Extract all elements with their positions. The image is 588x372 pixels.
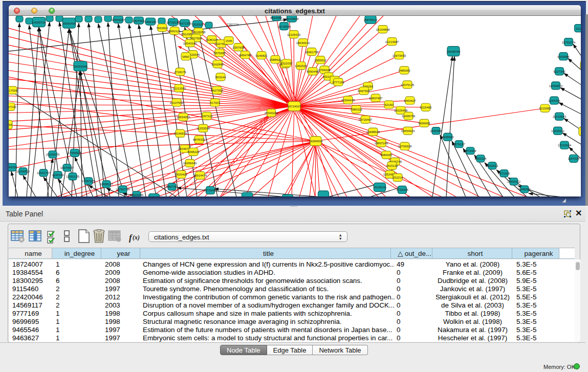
svg-text:12093872: 12093872 [549,84,563,87]
svg-text:17016504: 17016504 [558,144,572,147]
svg-text:13226058: 13226058 [192,31,206,34]
svg-text:17957225: 17957225 [82,180,96,183]
svg-text:3215955: 3215955 [539,107,551,110]
svg-text:417006: 417006 [9,89,18,92]
svg-text:16033809: 16033809 [285,17,299,20]
svg-text:1112: 1112 [576,27,581,30]
svg-text:18807249: 18807249 [375,142,388,145]
svg-text:1145193: 1145193 [52,173,64,177]
svg-text:12213987: 12213987 [385,40,399,43]
svg-text:1733426: 1733426 [396,188,408,191]
svg-text:1588520: 1588520 [269,58,281,61]
svg-text:11353594: 11353594 [197,127,210,130]
svg-text:7515526: 7515526 [191,23,204,26]
svg-text:16648784: 16648784 [447,50,461,53]
svg-text:14136141: 14136141 [373,186,387,189]
svg-text:10543342: 10543342 [183,42,197,45]
svg-text:7955812: 7955812 [314,59,326,62]
svg-text:12923446: 12923446 [130,193,144,196]
svg-text:14055724: 14055724 [32,21,46,24]
svg-text:8427552: 8427552 [211,89,223,92]
svg-text:16671355: 16671355 [178,22,192,25]
svg-text:15716485: 15716485 [204,189,217,192]
svg-text:12942737: 12942737 [37,171,51,174]
svg-text:8186328: 8186328 [206,38,218,41]
svg-text:1549350: 1549350 [9,166,17,169]
svg-text:1546: 1546 [225,39,232,42]
svg-text:20876612: 20876612 [364,18,378,21]
svg-text:803144: 803144 [215,76,226,79]
svg-text:6879197: 6879197 [453,143,465,146]
svg-text:1527602: 1527602 [133,19,145,23]
svg-text:7357224: 7357224 [227,23,239,26]
svg-text:10975657: 10975657 [60,166,74,169]
svg-text:5875685: 5875685 [213,52,226,55]
svg-text:5938923: 5938923 [442,136,454,139]
svg-text:8878332: 8878332 [193,138,205,141]
svg-text:1615132: 1615132 [386,164,398,167]
svg-text:11325419: 11325419 [287,33,301,36]
svg-text:(x): (x) [133,234,140,241]
svg-text:8454749: 8454749 [239,54,251,57]
svg-text:19166825: 19166825 [173,132,187,135]
svg-text:9146821: 9146821 [255,54,268,57]
svg-text:7485063: 7485063 [398,69,410,72]
svg-text:10756928: 10756928 [398,145,412,148]
svg-text:9474444: 9474444 [464,149,476,152]
svg-text:12213383: 12213383 [172,87,186,90]
svg-text:6466160: 6466160 [144,20,157,24]
svg-text:16154808: 16154808 [376,28,390,31]
svg-text:7625402: 7625402 [175,173,187,176]
svg-text:10973493: 10973493 [393,54,406,57]
svg-text:1322037: 1322037 [280,62,293,65]
svg-text:1640954: 1640954 [430,129,442,133]
svg-text:2933114: 2933114 [475,157,487,160]
svg-text:3267110: 3267110 [201,115,213,118]
svg-text:18724007: 18724007 [288,105,301,108]
svg-text:8990448: 8990448 [307,70,319,73]
svg-text:16099449: 16099449 [183,162,197,165]
svg-text:1362615: 1362615 [295,64,307,68]
svg-text:9227343: 9227343 [553,70,565,73]
svg-text:3267130: 3267130 [9,105,16,108]
svg-text:16961758: 16961758 [305,51,319,54]
svg-text:16210643: 16210643 [553,115,567,118]
svg-text:10688609: 10688609 [366,130,380,134]
svg-text:20053346: 20053346 [74,65,88,68]
svg-text:1244415: 1244415 [548,99,560,102]
svg-text:16782759: 16782759 [116,188,130,191]
svg-text:1167534: 1167534 [568,157,580,160]
svg-text:19384554: 19384554 [309,140,323,143]
svg-text:9242848: 9242848 [211,63,224,66]
svg-text:17359928: 17359928 [68,151,82,155]
svg-text:6497503: 6497503 [358,90,370,93]
svg-text:62160: 62160 [385,103,394,106]
svg-text:10107552: 10107552 [170,101,184,104]
svg-text:2718179: 2718179 [174,71,186,74]
svg-text:252214: 252214 [393,176,403,179]
svg-text:9457791: 9457791 [166,185,178,188]
svg-text:12951135: 12951135 [66,175,80,178]
svg-text:13495756: 13495756 [402,115,416,118]
svg-text:10958127: 10958127 [100,183,114,186]
svg-text:12975125: 12975125 [401,83,415,86]
svg-text:417003: 417003 [210,101,221,104]
svg-text:7632621: 7632621 [486,164,498,167]
svg-text:9777169: 9777169 [332,81,344,84]
svg-text:9329986: 9329986 [557,55,570,58]
svg-text:2367608: 2367608 [232,46,245,49]
svg-text:7986322: 7986322 [350,108,362,111]
svg-text:9245052: 9245052 [518,188,531,191]
svg-text:9115460: 9115460 [420,106,432,109]
svg-text:53594: 53594 [9,123,12,126]
svg-text:8660124: 8660124 [168,30,181,33]
svg-text:10654112: 10654112 [507,180,521,183]
svg-text:25300203: 25300203 [265,112,278,115]
svg-text:9463627: 9463627 [404,99,416,102]
svg-text:15751074: 15751074 [562,41,576,44]
svg-text:11156819: 11156819 [16,170,30,173]
svg-text:8813054: 8813054 [270,16,282,19]
svg-text:6794028: 6794028 [318,69,331,72]
svg-text:20206576: 20206576 [46,153,60,156]
svg-text:9084067: 9084067 [380,154,393,157]
